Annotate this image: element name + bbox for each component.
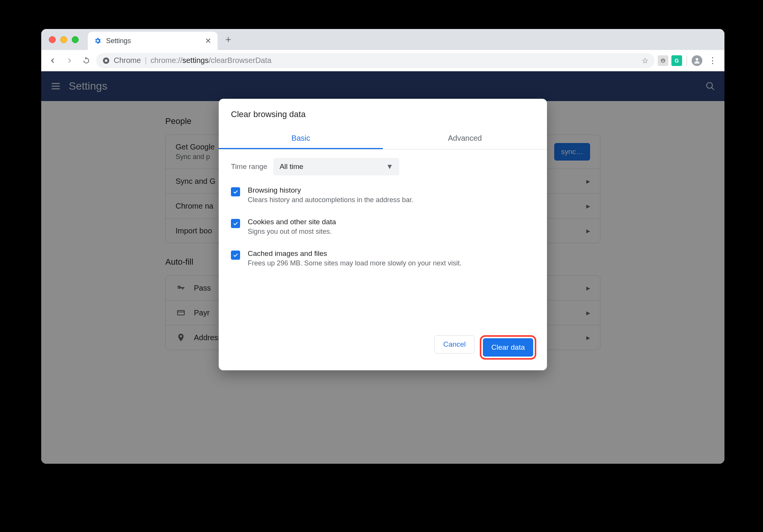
tab-strip: Settings ✕ + <box>41 29 724 50</box>
grammarly-extension-icon[interactable]: G <box>671 55 682 66</box>
back-button[interactable] <box>46 54 60 68</box>
option-cache[interactable]: Cached images and files Frees up 296 MB.… <box>219 243 547 274</box>
option-title: Cookies and other site data <box>248 218 336 226</box>
kebab-menu-icon[interactable]: ⋮ <box>705 56 720 66</box>
option-title: Cached images and files <box>248 249 461 258</box>
dropdown-triangle-icon: ▼ <box>386 162 394 171</box>
url-scheme-label: Chrome <box>114 56 141 65</box>
extension-icon[interactable] <box>658 55 668 66</box>
close-window-button[interactable] <box>49 36 56 43</box>
option-sub: Clears history and autocompletions in th… <box>248 196 413 204</box>
option-sub: Signs you out of most sites. <box>248 228 336 236</box>
forward-button[interactable] <box>63 54 76 68</box>
separator <box>687 56 687 65</box>
window-controls <box>49 36 79 43</box>
chrome-icon <box>102 57 110 64</box>
minimize-window-button[interactable] <box>60 36 67 43</box>
option-title: Browsing history <box>248 186 413 194</box>
page-content: Settings People Get Google Sync and p sy… <box>41 71 724 464</box>
url-host: settings <box>182 56 209 64</box>
highlight-annotation: Clear data <box>480 335 536 360</box>
dialog-actions: Cancel Clear data <box>219 274 547 360</box>
time-range-row: Time range All time ▼ <box>219 149 547 179</box>
reload-button[interactable] <box>79 54 93 68</box>
svg-point-1 <box>105 59 108 62</box>
time-range-select[interactable]: All time ▼ <box>273 158 399 175</box>
clear-data-button[interactable]: Clear data <box>483 338 533 357</box>
gear-icon <box>94 37 102 45</box>
tab-advanced[interactable]: Advanced <box>383 129 547 149</box>
bookmark-star-icon[interactable]: ☆ <box>642 56 648 65</box>
toolbar: Chrome | chrome://settings/clearBrowserD… <box>41 50 724 71</box>
checkbox-cookies[interactable] <box>231 219 240 228</box>
option-sub: Frees up 296 MB. Some sites may load mor… <box>248 259 461 267</box>
tab-basic[interactable]: Basic <box>219 129 383 149</box>
svg-point-2 <box>696 58 698 61</box>
checkbox-browsing-history[interactable] <box>231 187 240 196</box>
maximize-window-button[interactable] <box>72 36 79 43</box>
option-browsing-history[interactable]: Browsing history Clears history and auto… <box>219 179 547 211</box>
browser-window: Settings ✕ + Chrome | chrome://settings/… <box>41 29 724 464</box>
time-range-value: All time <box>279 162 303 171</box>
dialog-title: Clear browsing data <box>219 99 547 129</box>
cancel-button[interactable]: Cancel <box>434 335 474 354</box>
clear-browsing-data-dialog: Clear browsing data Basic Advanced Time … <box>219 99 547 370</box>
browser-tab[interactable]: Settings ✕ <box>88 32 218 50</box>
checkbox-cache[interactable] <box>231 251 240 260</box>
dialog-tabs: Basic Advanced <box>219 129 547 149</box>
address-bar[interactable]: Chrome | chrome://settings/clearBrowserD… <box>96 53 655 68</box>
time-range-label: Time range <box>231 162 267 171</box>
new-tab-button[interactable]: + <box>221 32 236 47</box>
url-prefix: chrome:// <box>150 56 182 64</box>
option-cookies[interactable]: Cookies and other site data Signs you ou… <box>219 211 547 243</box>
profile-avatar-icon[interactable] <box>692 55 702 66</box>
close-tab-icon[interactable]: ✕ <box>205 36 211 45</box>
url-path: /clearBrowserData <box>209 56 272 64</box>
tab-title: Settings <box>106 37 131 45</box>
